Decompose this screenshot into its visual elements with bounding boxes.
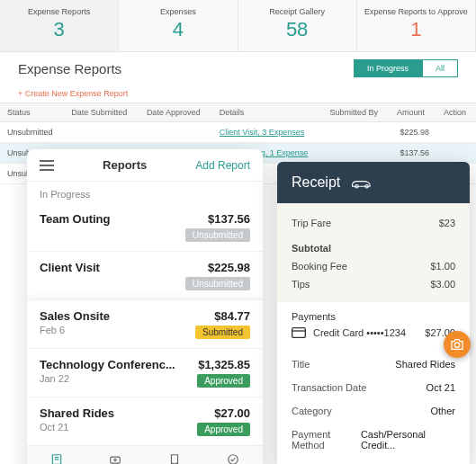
col-date-approved[interactable]: Date Approved [139,103,212,122]
col-action[interactable]: Action [436,103,476,122]
col-submitted-by[interactable]: Submitted By [323,103,390,122]
nav-reports[interactable]: Reports [27,446,86,464]
tab-all[interactable]: All [422,59,458,77]
hamburger-icon[interactable] [40,160,54,171]
nav-receipts[interactable]: Receipts [145,446,204,464]
nav-approvals[interactable]: Approvals [204,446,264,464]
list-item[interactable]: Technology Conferenc...Jan 22$1,325.85Ap… [27,349,263,397]
expenses-icon [108,453,122,464]
credit-card-icon [292,327,306,338]
status-badge: Unsubmitted [185,277,250,290]
svg-rect-8 [292,328,306,338]
svg-point-5 [229,455,238,464]
page-title: Expense Reports [18,61,121,76]
nav-expenses[interactable]: Expenses [86,446,146,464]
section-label: In Progress [27,182,263,203]
camera-fab[interactable] [444,331,471,358]
payments-label: Payments [292,311,455,322]
create-report-link[interactable]: + Create New Expense Report [0,85,476,103]
mobile-nav: Reports Expenses Receipts Approvals [27,445,263,464]
status-badge: Approved [197,423,250,436]
status-badge: Unsubmitted [185,228,250,242]
receipt-panel: Receipt Trip Fare$23 Subtotal Booking Fe… [277,162,470,464]
svg-point-4 [114,459,116,460]
svg-point-10 [454,343,459,347]
mobile-title: Reports [103,158,147,172]
tab-in-progress[interactable]: In Progress [354,59,422,77]
stat-expenses[interactable]: Expenses4 [119,0,238,51]
list-item[interactable]: Shared RidesOct 21$27.00Approved [27,397,263,445]
stat-to-approve[interactable]: Expense Reports to Approve1 [357,0,476,51]
svg-rect-3 [111,457,121,463]
stat-receipt-gallery[interactable]: Receipt Gallery58 [238,0,357,51]
reports-icon [49,453,64,464]
status-badge: Approved [197,374,250,388]
details-link[interactable]: Client Visit, 3 Expenses [220,128,304,137]
stat-expense-reports[interactable]: Expense Reports3 [0,0,119,51]
stats-bar: Expense Reports3 Expenses4 Receipt Galle… [0,0,476,52]
list-item[interactable]: Team Outing$137.56Unsubmitted [27,203,263,252]
col-amount[interactable]: Amount [390,103,436,122]
status-badge: Submitted [195,326,250,339]
col-status[interactable]: Status [0,103,64,122]
receipt-title: Receipt [292,174,340,191]
receipts-icon [167,453,182,464]
camera-icon [450,338,464,351]
car-icon [349,175,374,190]
add-report-link[interactable]: Add Report [195,159,250,172]
page-header: Expense Reports In Progress All [0,52,476,85]
receipt-header: Receipt [277,162,470,203]
mobile-reports-panel: Reports Add Report In Progress Team Outi… [27,149,263,464]
list-item[interactable]: Sales OnsiteFeb 6$84.77Submitted [27,300,263,349]
list-item[interactable]: Client Visit$225.98Unsubmitted [27,252,263,299]
filter-tabs: In Progress All [354,59,458,77]
table-row[interactable]: UnsubmittedClient Visit, 3 Expenses$225.… [0,122,476,143]
col-details[interactable]: Details [212,103,323,122]
col-date-submitted[interactable]: Date Submitted [64,103,139,122]
approvals-icon [226,453,240,464]
